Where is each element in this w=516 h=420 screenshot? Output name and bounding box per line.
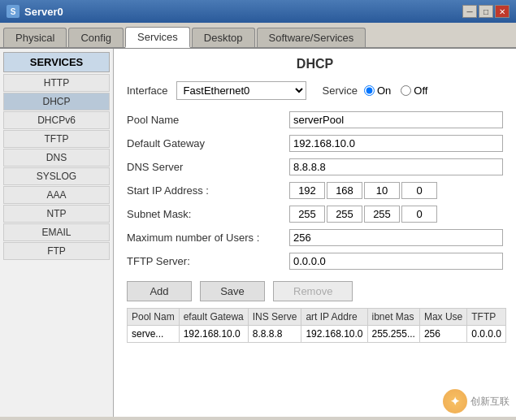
sidebar-item-aaa[interactable]: AAA (3, 186, 110, 204)
tftp-server-row: TFTP Server: (127, 253, 503, 270)
main-content: SERVICES HTTP DHCP DHCPv6 TFTP DNS SYSLO… (0, 49, 516, 417)
radio-off-input[interactable] (401, 85, 411, 96)
tab-config[interactable]: Config (68, 28, 124, 47)
table-row[interactable]: serve... 192.168.10.0 8.8.8.8 192.168.10… (128, 326, 506, 343)
radio-on-input[interactable] (364, 85, 375, 96)
max-users-input[interactable] (289, 229, 503, 246)
watermark-icon: ✦ (443, 389, 467, 414)
save-button[interactable]: Save (200, 281, 265, 301)
col-max-users: Max Use (419, 309, 466, 326)
cell-max-users: 256 (419, 326, 466, 343)
dns-server-row: DNS Server (127, 158, 503, 175)
service-label: Service (323, 84, 358, 97)
remove-button[interactable]: Remove (273, 281, 353, 301)
start-ip-4[interactable] (401, 182, 437, 199)
sidebar-item-tftp[interactable]: TFTP (3, 130, 110, 148)
minimize-button[interactable]: ─ (462, 5, 477, 18)
radio-group: On Off (364, 84, 427, 97)
dhcp-table: Pool Nam efault Gatewa INS Serve art IP … (127, 308, 506, 343)
cell-start-ip: 192.168.10.0 (301, 326, 367, 343)
close-button[interactable]: ✕ (495, 5, 509, 18)
radio-on[interactable]: On (364, 84, 391, 97)
cell-pool-name: serve... (128, 326, 180, 343)
col-dns: INS Serve (248, 309, 301, 326)
tab-physical[interactable]: Physical (3, 28, 67, 47)
tab-desktop[interactable]: Desktop (192, 28, 255, 47)
default-gateway-input[interactable] (289, 135, 503, 152)
on-label: On (377, 84, 391, 97)
dns-server-input[interactable] (289, 158, 503, 175)
off-label: Off (414, 84, 427, 97)
maximize-button[interactable]: □ (479, 5, 493, 18)
start-ip-boxes (289, 182, 437, 199)
add-button[interactable]: Add (127, 281, 192, 301)
pool-name-input[interactable] (289, 111, 503, 128)
subnet-mask-label: Subnet Mask: (127, 208, 289, 220)
radio-off[interactable]: Off (401, 84, 427, 97)
cell-dns: 8.8.8.8 (248, 326, 301, 343)
sidebar-item-dns[interactable]: DNS (3, 149, 110, 167)
subnet-mask-boxes (289, 206, 437, 223)
interface-label: Interface (127, 84, 168, 97)
table-header-row: Pool Nam efault Gatewa INS Serve art IP … (128, 309, 506, 326)
sidebar-item-syslog[interactable]: SYSLOG (3, 167, 110, 185)
app-icon: S (7, 5, 20, 18)
window-controls: ─ □ ✕ (462, 5, 509, 18)
max-users-label: Maximum number of Users : (127, 232, 289, 244)
default-gateway-row: Default Gateway (127, 135, 503, 152)
cell-subnet: 255.255... (367, 326, 419, 343)
right-panel: DHCP Interface FastEthernet0 Service On … (114, 49, 516, 417)
col-tftp: TFTP (467, 309, 506, 326)
tftp-server-label: TFTP Server: (127, 255, 289, 267)
subnet-2[interactable] (327, 206, 362, 223)
window-title: Server0 (24, 6, 63, 18)
pool-name-label: Pool Name (127, 114, 289, 126)
cell-gateway: 192.168.10.0 (179, 326, 248, 343)
watermark-text: 创新互联 (470, 395, 509, 409)
sidebar-item-email[interactable]: EMAIL (3, 223, 110, 241)
sidebar-item-dhcpv6[interactable]: DHCPv6 (3, 111, 110, 129)
interface-row: Interface FastEthernet0 Service On Off (127, 81, 503, 100)
cell-tftp: 0.0.0.0 (467, 326, 506, 343)
service-group: Service On Off (323, 84, 428, 97)
tab-bar: Physical Config Services Desktop Softwar… (0, 23, 516, 49)
pool-name-row: Pool Name (127, 111, 503, 128)
start-ip-1[interactable] (289, 182, 325, 199)
tab-software[interactable]: Software/Services (257, 28, 366, 47)
interface-select[interactable]: FastEthernet0 (176, 81, 306, 100)
subnet-1[interactable] (289, 206, 325, 223)
title-bar: S Server0 ─ □ ✕ (0, 0, 516, 23)
tab-services[interactable]: Services (125, 27, 190, 48)
panel-title: DHCP (127, 57, 503, 71)
sidebar-title: SERVICES (3, 52, 110, 72)
subnet-4[interactable] (401, 206, 437, 223)
start-ip-3[interactable] (364, 182, 400, 199)
col-subnet: ibnet Mas (367, 309, 419, 326)
max-users-row: Maximum number of Users : (127, 229, 503, 246)
sidebar-item-ntp[interactable]: NTP (3, 205, 110, 223)
dns-server-label: DNS Server (127, 161, 289, 173)
button-row: Add Save Remove (127, 281, 503, 301)
start-ip-2[interactable] (327, 182, 362, 199)
sidebar: SERVICES HTTP DHCP DHCPv6 TFTP DNS SYSLO… (0, 49, 114, 417)
start-ip-row: Start IP Address : (127, 182, 503, 199)
col-start-ip: art IP Addre (301, 309, 367, 326)
col-gateway: efault Gatewa (179, 309, 248, 326)
sidebar-item-ftp[interactable]: FTP (3, 242, 110, 260)
subnet-3[interactable] (364, 206, 400, 223)
sidebar-item-http[interactable]: HTTP (3, 74, 110, 92)
sidebar-item-dhcp[interactable]: DHCP (3, 93, 110, 110)
tftp-server-input[interactable] (289, 253, 503, 270)
subnet-mask-row: Subnet Mask: (127, 206, 503, 223)
default-gateway-label: Default Gateway (127, 137, 289, 149)
watermark: ✦ 创新互联 (443, 389, 509, 414)
start-ip-label: Start IP Address : (127, 184, 289, 197)
col-pool-name: Pool Nam (128, 309, 180, 326)
